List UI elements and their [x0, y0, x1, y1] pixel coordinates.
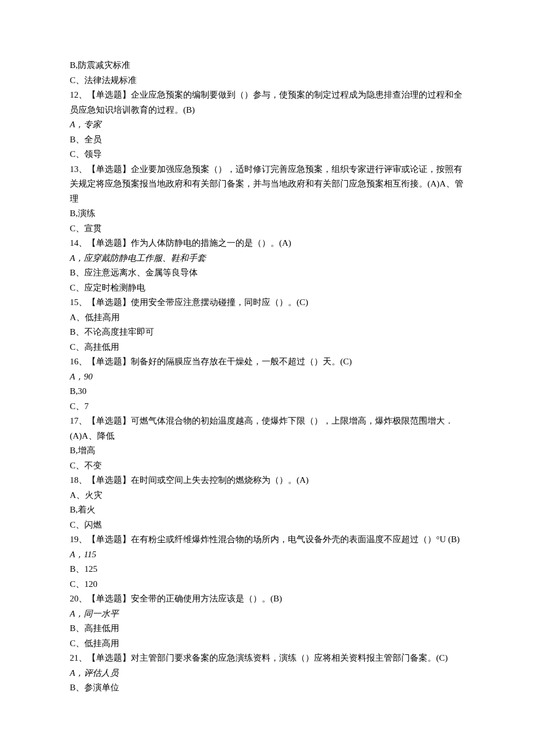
text-line: B,防震减灾标准 [70, 58, 465, 73]
option-b: B、高挂低用 [70, 621, 465, 636]
question-17: 17、【单选题】可燃气体混合物的初始温度越高，使爆炸下限（），上限增高，爆炸极限… [70, 414, 465, 443]
option-b: B、不论高度挂牢即可 [70, 325, 465, 340]
option-b: B,演练 [70, 206, 465, 221]
option-c: C、低挂高用 [70, 636, 465, 651]
option-c: C、应定时检测静电 [70, 281, 465, 296]
option-b: B、125 [70, 562, 465, 577]
question-16: 16、【单选题】制备好的隔膜应当存放在干燥处，一般不超过（）天。(C) [70, 354, 465, 370]
option-c: C、120 [70, 577, 465, 592]
option-b: B,30 [70, 384, 465, 399]
option-b: B、全员 [70, 132, 465, 148]
option-a: A、火灾 [70, 488, 465, 503]
option-a: A，115 [70, 547, 465, 562]
option-b: B,着火 [70, 503, 465, 518]
option-a: A，评估人员 [70, 666, 465, 681]
question-15: 15、【单选题】使用安全带应注意摆动碰撞，同时应（）。(C) [70, 295, 465, 310]
question-20: 20、【单选题】安全带的正确使用方法应该是（）。(B) [70, 592, 465, 607]
option-c: C、7 [70, 399, 465, 414]
option-a: A，应穿戴防静电工作服、鞋和手套 [70, 251, 465, 266]
document-page: B,防震减灾标准 C、法律法规标准 12、【单选题】企业应急预案的编制要做到（）… [0, 0, 535, 730]
question-13: 13、【单选题】企业要加强应急预案（），适时修订完善应急预案，组织专家进行评审或… [70, 162, 465, 207]
option-a: A，专家 [70, 117, 465, 132]
question-14: 14、【单选题】作为人体防静电的措施之一的是（）。(A) [70, 236, 465, 251]
option-b: B,增高 [70, 443, 465, 458]
option-c: C、领导 [70, 147, 465, 162]
option-a: A，同一水平 [70, 607, 465, 622]
option-b: B、应注意远离水、金属等良导体 [70, 266, 465, 281]
question-19: 19、【单选题】在有粉尘或纤维爆炸性混合物的场所内，电气设备外壳的表面温度不应超… [70, 532, 465, 547]
option-c: C、闪燃 [70, 518, 465, 533]
question-21: 21、【单选题】对主管部门要求备案的应急演练资料，演练（）应将相关资料报主管部门… [70, 651, 465, 666]
option-a: A、低挂高用 [70, 310, 465, 325]
question-12: 12、【单选题】企业应急预案的编制要做到（）参与，使预案的制定过程成为隐患排查治… [70, 88, 465, 117]
option-c: C、宣贯 [70, 221, 465, 237]
option-c: C、高挂低用 [70, 340, 465, 355]
option-a: A，90 [70, 370, 465, 385]
text-line: C、法律法规标准 [70, 73, 465, 88]
question-18: 18、【单选题】在时间或空间上失去控制的燃烧称为（）。(A) [70, 473, 465, 488]
option-c: C、不变 [70, 458, 465, 474]
option-b: B、参演单位 [70, 680, 465, 696]
